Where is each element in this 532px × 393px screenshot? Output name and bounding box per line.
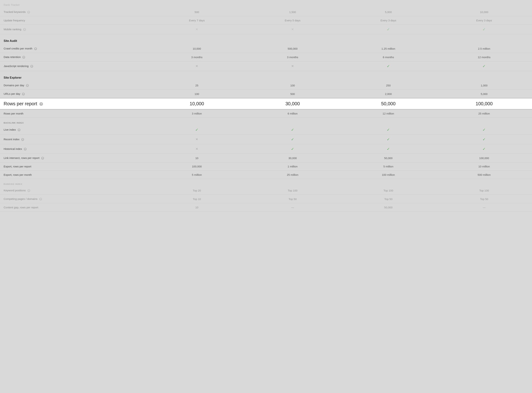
keyword-positions-v3: Top 100 [341,186,436,195]
recent-index-v4: ✓ [436,135,532,144]
competing-pages-v1: Top 10 [149,195,245,203]
rows-per-month-label: Rows per month [0,109,149,118]
urls-per-day-help-icon[interactable]: ? [22,93,25,95]
data-retention-label: Data retention [4,55,21,59]
mobile-ranking-v3: ✓ [341,25,436,34]
rows-per-month-v3: 12 million [341,109,436,118]
mobile-ranking-row: Mobile ranking ? ✕ ✕ ✓ ✓ [0,25,532,34]
js-rendering-v3: ✓ [341,61,436,71]
content-gap-v1: 10 [149,203,245,212]
recent-index-v1: ✕ [149,135,245,144]
export-rows-per-report-row: Export, rows per report 100,000 1 millio… [0,162,532,171]
mobile-ranking-help-icon[interactable]: ? [23,28,26,31]
data-retention-v3: 6 months [341,53,436,61]
export-rows-per-report-v2: 1 million [245,162,341,171]
crawl-credits-label: Crawl credits per month [4,47,32,50]
content-gap-v4: — [436,203,532,212]
urls-per-day-v2: 500 [245,90,341,98]
live-index-row: Live index ? ✓ ✓ ✓ ✓ [0,125,532,135]
data-retention-v1: 3 months [149,53,245,61]
domains-per-day-v2: 100 [245,81,341,90]
competing-pages-row: Competing pages / domains ? Top 10 Top 5… [0,195,532,203]
domains-per-day-help-icon[interactable]: ? [26,84,29,87]
competing-pages-v3: Top 50 [341,195,436,203]
tracked-keywords-row: Tracked keywords ? 500 1,500 5,000 10,00… [0,8,532,16]
historical-index-help-icon[interactable]: ? [24,148,27,151]
data-retention-v2: 3 months [245,53,341,61]
tracked-keywords-help-icon[interactable]: ? [27,11,30,14]
export-rows-per-month-label: Export, rows per month [0,171,149,179]
data-retention-help-icon[interactable]: ? [22,56,25,59]
urls-per-day-v3: 2,000 [341,90,436,98]
update-frequency-v2: Every 5 days [245,16,341,25]
update-frequency-label: Update frequency [0,16,149,25]
content-gap-v2: — [245,203,341,212]
rows-per-report-v1: 10,000 [149,98,245,109]
content-gap-label: Content gap, rows per report [0,203,149,212]
backlink-index-label: BACKLINK INDEX [0,118,149,125]
recent-index-label: Recent index [4,138,20,141]
live-index-v4: ✓ [436,125,532,135]
crawl-credits-help-icon[interactable]: ? [34,47,37,50]
rows-per-month-v2: 6 million [245,109,341,118]
update-frequency-v3: Every 3 days [341,16,436,25]
keyword-positions-v4: Top 100 [436,186,532,195]
rows-per-report-label: Rows per report [4,101,37,106]
content-gap-v3: 50,000 [341,203,436,212]
historical-index-v4: ✓ [436,144,532,154]
mobile-ranking-v1: ✕ [149,25,245,34]
historical-index-v3: ✓ [341,144,436,154]
keyword-positions-label: Keyword positions [4,189,26,192]
js-rendering-row: JavaScript rendering ? ✕ ✕ ✓ ✓ [0,61,532,71]
link-intersect-v3: 50,000 [341,154,436,162]
js-rendering-label: JavaScript rendering [4,64,29,68]
live-index-help-icon[interactable]: ? [18,128,20,131]
update-frequency-v1: Every 7 days [149,16,245,25]
rows-per-report-help-icon[interactable]: ? [39,102,43,106]
keyword-positions-row: Keyword positions ? Top 20 Top 100 Top 1… [0,186,532,195]
js-rendering-help-icon[interactable]: ? [30,65,33,68]
crawl-credits-v1: 10,000 [149,44,245,53]
data-retention-v4: 12 months [436,53,532,61]
export-rows-per-month-v2: 25 million [245,171,341,179]
recent-index-v3: ✓ [341,135,436,144]
export-rows-per-month-v4: 500 million [436,171,532,179]
export-rows-per-month-v1: 5 million [149,171,245,179]
competing-pages-label: Competing pages / domains [4,197,38,200]
export-rows-per-month-row: Export, rows per month 5 million 25 mill… [0,171,532,179]
recent-index-help-icon[interactable]: ? [21,138,24,141]
js-rendering-v1: ✕ [149,61,245,71]
rows-per-report-row: Rows per report ? 10,000 30,000 50,000 1… [0,98,532,109]
rank-tracker-label: Rank Tracker [0,0,149,8]
export-rows-per-report-label: Export, rows per report [0,162,149,171]
historical-index-label: Historical index [4,147,22,150]
domains-per-day-row: Domains per day ? 25 100 250 1,000 [0,81,532,90]
export-rows-per-report-v1: 100,000 [149,162,245,171]
domains-per-day-v4: 1,000 [436,81,532,90]
live-index-label: Live index [4,128,16,131]
export-rows-per-month-v3: 100 million [341,171,436,179]
crawl-credits-v4: 2.5 million [436,44,532,53]
keyword-positions-v2: Top 100 [245,186,341,195]
link-intersect-help-icon[interactable]: ? [41,157,44,160]
live-index-v3: ✓ [341,125,436,135]
update-frequency-v4: Every 3 days [436,16,532,25]
backlink-index-category: BACKLINK INDEX [0,118,532,125]
tracked-keywords-v1: 500 [149,8,245,16]
export-rows-per-report-v3: 5 million [341,162,436,171]
ranking-index-category: RANKING INDEX [0,179,532,187]
site-audit-section-header: Site Audit [0,34,532,44]
competing-pages-help-icon[interactable]: ? [39,198,42,201]
data-retention-row: Data retention ? 3 months 3 months 6 mon… [0,53,532,61]
rank-tracker-section-header: Rank Tracker [0,0,532,8]
recent-index-row: Recent index ? ✕ ✓ ✓ ✓ [0,135,532,144]
js-rendering-v2: ✕ [245,61,341,71]
site-explorer-section-header: Site Explorer [0,71,532,81]
link-intersect-label: Link intersect, rows per report [4,156,40,159]
keyword-positions-help-icon[interactable]: ? [27,189,30,192]
link-intersect-row: Link intersect, rows per report ? 10 30,… [0,154,532,162]
historical-index-row: Historical index ? ✕ ✓ ✓ ✓ [0,144,532,154]
link-intersect-v4: 100,000 [436,154,532,162]
domains-per-day-v1: 25 [149,81,245,90]
mobile-ranking-v4: ✓ [436,25,532,34]
